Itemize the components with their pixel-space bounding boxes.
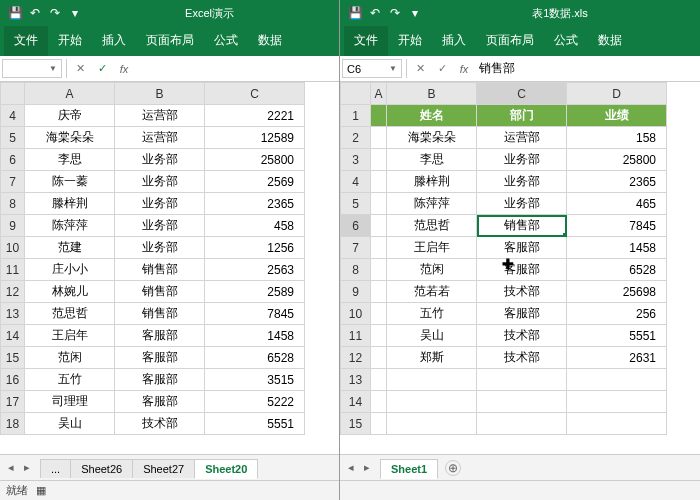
cell[interactable]: 6528: [567, 259, 667, 281]
cell[interactable]: 客服部: [477, 303, 567, 325]
cell[interactable]: 25800: [205, 149, 305, 171]
cell[interactable]: 客服部: [115, 347, 205, 369]
ribbon-tab-文件[interactable]: 文件: [4, 26, 48, 56]
row-header-14[interactable]: 14: [341, 391, 371, 413]
ribbon-tab-开始[interactable]: 开始: [388, 26, 432, 56]
cell[interactable]: [371, 413, 387, 435]
cell[interactable]: [371, 281, 387, 303]
cell[interactable]: 五竹: [387, 303, 477, 325]
record-macro-icon[interactable]: ▦: [36, 484, 46, 497]
cell[interactable]: 范思哲: [387, 215, 477, 237]
cell[interactable]: 海棠朵朵: [25, 127, 115, 149]
name-box[interactable]: ▼: [2, 59, 62, 78]
grid-area[interactable]: ABC4庆帝运营部22215海棠朵朵运营部125896李思业务部258007陈一…: [0, 82, 339, 454]
sheet-tab-more[interactable]: ...: [40, 459, 71, 478]
cell[interactable]: [371, 193, 387, 215]
row-header-4[interactable]: 4: [1, 105, 25, 127]
col-header-C[interactable]: C: [477, 83, 567, 105]
sheet-tab-Sheet1[interactable]: Sheet1: [380, 459, 438, 479]
cell[interactable]: 465: [567, 193, 667, 215]
row-header-11[interactable]: 11: [341, 325, 371, 347]
cancel-icon[interactable]: ✕: [69, 56, 91, 81]
ribbon-tab-插入[interactable]: 插入: [432, 26, 476, 56]
ribbon-tab-文件[interactable]: 文件: [344, 26, 388, 56]
cell[interactable]: 客服部: [115, 391, 205, 413]
row-header-15[interactable]: 15: [341, 413, 371, 435]
cell[interactable]: 5551: [205, 413, 305, 435]
row-header-2[interactable]: 2: [341, 127, 371, 149]
col-header-A[interactable]: A: [371, 83, 387, 105]
select-all-corner[interactable]: [341, 83, 371, 105]
row-header-9[interactable]: 9: [341, 281, 371, 303]
cell[interactable]: 庆帝: [25, 105, 115, 127]
formula-input[interactable]: 销售部: [475, 56, 700, 81]
cell[interactable]: 业务部: [477, 171, 567, 193]
cell[interactable]: 业务部: [115, 193, 205, 215]
cell[interactable]: 2365: [567, 171, 667, 193]
cell[interactable]: [567, 369, 667, 391]
cell[interactable]: 3515: [205, 369, 305, 391]
cell[interactable]: [371, 303, 387, 325]
cell[interactable]: 陈萍萍: [25, 215, 115, 237]
cell[interactable]: 客服部: [115, 325, 205, 347]
cell[interactable]: 吴山: [25, 413, 115, 435]
name-box[interactable]: C6▼: [342, 59, 402, 78]
cell[interactable]: [567, 391, 667, 413]
cell[interactable]: [371, 347, 387, 369]
header-cell[interactable]: 部门: [477, 105, 567, 127]
cell[interactable]: 158: [567, 127, 667, 149]
cell[interactable]: 五竹: [25, 369, 115, 391]
cell[interactable]: 业务部: [477, 193, 567, 215]
row-header-10[interactable]: 10: [1, 237, 25, 259]
row-header-14[interactable]: 14: [1, 325, 25, 347]
row-header-13[interactable]: 13: [1, 303, 25, 325]
row-header-3[interactable]: 3: [341, 149, 371, 171]
cell[interactable]: 技术部: [477, 325, 567, 347]
redo-icon[interactable]: ↷: [386, 4, 404, 22]
ribbon-tab-公式[interactable]: 公式: [544, 26, 588, 56]
cell[interactable]: 运营部: [115, 127, 205, 149]
cell[interactable]: [477, 413, 567, 435]
save-icon[interactable]: 💾: [346, 4, 364, 22]
row-header-9[interactable]: 9: [1, 215, 25, 237]
cell[interactable]: [371, 259, 387, 281]
cell[interactable]: 范闲: [387, 259, 477, 281]
row-header-17[interactable]: 17: [1, 391, 25, 413]
select-all-corner[interactable]: [1, 83, 25, 105]
cell[interactable]: 销售部: [477, 215, 567, 237]
ribbon-tab-开始[interactable]: 开始: [48, 26, 92, 56]
row-header-11[interactable]: 11: [1, 259, 25, 281]
header-cell[interactable]: [371, 105, 387, 127]
fx-icon[interactable]: fx: [113, 56, 135, 81]
row-header-5[interactable]: 5: [1, 127, 25, 149]
row-header-1[interactable]: 1: [341, 105, 371, 127]
cell[interactable]: 客服部: [115, 369, 205, 391]
cell[interactable]: 2221: [205, 105, 305, 127]
cell[interactable]: 李思: [25, 149, 115, 171]
ribbon-tab-页面布局[interactable]: 页面布局: [476, 26, 544, 56]
cell[interactable]: [387, 369, 477, 391]
cell[interactable]: 2589: [205, 281, 305, 303]
cell[interactable]: 郑斯: [387, 347, 477, 369]
row-header-10[interactable]: 10: [341, 303, 371, 325]
cell[interactable]: 滕梓荆: [25, 193, 115, 215]
header-cell[interactable]: 姓名: [387, 105, 477, 127]
cell[interactable]: 客服部: [477, 259, 567, 281]
qat-dropdown-icon[interactable]: ▾: [66, 4, 84, 22]
cell[interactable]: [371, 391, 387, 413]
cell[interactable]: 范思哲: [25, 303, 115, 325]
cell[interactable]: [371, 149, 387, 171]
cell[interactable]: 5551: [567, 325, 667, 347]
col-header-B[interactable]: B: [115, 83, 205, 105]
row-header-15[interactable]: 15: [1, 347, 25, 369]
col-header-A[interactable]: A: [25, 83, 115, 105]
cell[interactable]: [567, 413, 667, 435]
cell[interactable]: 范建: [25, 237, 115, 259]
cell[interactable]: 7845: [205, 303, 305, 325]
cell[interactable]: 25698: [567, 281, 667, 303]
cell[interactable]: [477, 369, 567, 391]
cell[interactable]: 技术部: [115, 413, 205, 435]
row-header-18[interactable]: 18: [1, 413, 25, 435]
cell[interactable]: 458: [205, 215, 305, 237]
ribbon-tab-页面布局[interactable]: 页面布局: [136, 26, 204, 56]
